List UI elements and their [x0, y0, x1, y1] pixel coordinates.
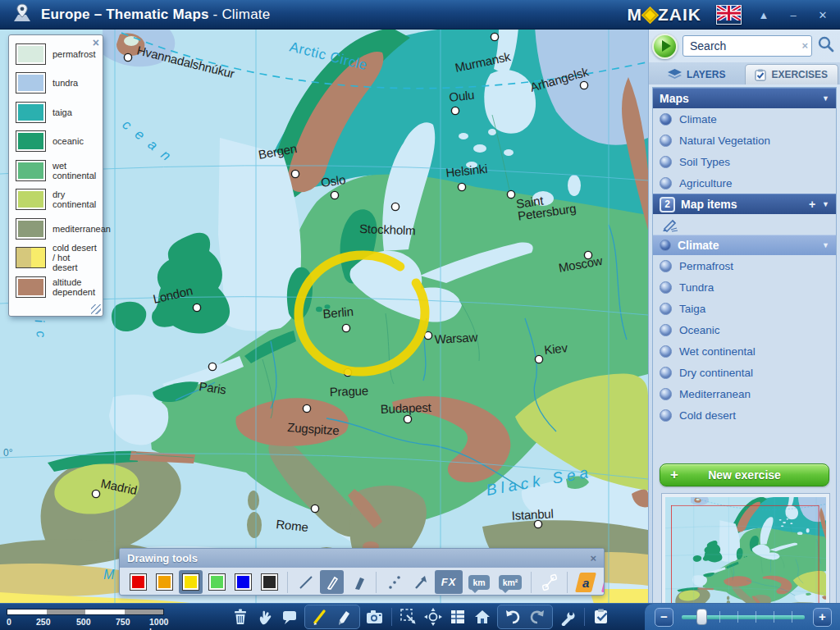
climate-item-oceanic[interactable]: Oceanic: [653, 319, 836, 340]
pen-tool[interactable]: [320, 570, 344, 594]
color-swatch-red[interactable]: [126, 570, 150, 594]
home-button[interactable]: [470, 605, 495, 628]
search-input[interactable]: [682, 35, 812, 57]
legend-swatch: [16, 72, 46, 94]
legend-close-icon[interactable]: ×: [93, 36, 99, 49]
drawing-tools-close-icon[interactable]: ×: [590, 552, 596, 564]
climate-item-tundra[interactable]: Tundra: [653, 276, 836, 298]
data-table-button[interactable]: [445, 605, 470, 628]
climate-item-mediterranean[interactable]: Mediterranean: [653, 383, 836, 404]
legend-row: wet continental: [16, 158, 98, 182]
sidebar-item-climate[interactable]: Climate: [653, 108, 836, 130]
svg-text:Stockholm: Stockholm: [359, 221, 416, 237]
radio-button[interactable]: [660, 303, 672, 315]
minimize-button[interactable]: –: [786, 9, 801, 21]
legend-row: dry continental: [16, 188, 98, 212]
exercise-check-button[interactable]: [589, 605, 614, 628]
climate-item-permafrost[interactable]: Permafrost: [653, 255, 836, 276]
color-swatch-orange[interactable]: [153, 570, 176, 594]
select-tool-button[interactable]: [396, 605, 421, 628]
radio-button[interactable]: [660, 345, 672, 358]
km2-label-tool[interactable]: km²: [495, 570, 525, 594]
maps-section-header[interactable]: Maps ▼: [653, 88, 836, 108]
effects-tool[interactable]: FX: [435, 570, 463, 594]
radio-button[interactable]: [660, 113, 672, 126]
list-item-label: Climate: [679, 113, 717, 126]
hand-tool-button[interactable]: [253, 605, 277, 628]
climate-list: PermafrostTundraTaigaOceanicWet continen…: [653, 255, 836, 426]
zoom-in-button[interactable]: +: [813, 608, 832, 627]
mozaik-logo: MZAIK: [628, 5, 702, 25]
zoom-slider[interactable]: [682, 608, 805, 626]
pencil-draw-button[interactable]: [308, 605, 332, 628]
radio-button[interactable]: [660, 135, 672, 147]
legend-swatch: [16, 102, 46, 123]
bottom-toolbar: 0 250 500 750 1000 km −: [0, 603, 840, 630]
map-item-drawing[interactable]: [653, 214, 836, 235]
pan-tool-button[interactable]: [421, 605, 445, 628]
climate-item-wet-continental[interactable]: Wet continental: [653, 340, 836, 362]
radio-button[interactable]: [660, 260, 672, 272]
radio-button[interactable]: [660, 240, 671, 251]
highlighter-draw-button[interactable]: [332, 605, 357, 628]
sidebar-item-agriculture[interactable]: Agriculture: [653, 172, 836, 194]
svg-text:Budapest: Budapest: [381, 400, 432, 416]
map-pin-icon: [11, 3, 33, 26]
color-swatch-blue[interactable]: [231, 570, 255, 594]
radio-button[interactable]: [660, 156, 672, 168]
measure-link-tool[interactable]: [537, 570, 561, 594]
list-item-label: Permafrost: [679, 260, 733, 272]
radio-button[interactable]: [660, 367, 672, 379]
layers-panel: Maps ▼ ClimateNatural VegetationSoil Typ…: [652, 87, 837, 604]
thin-line-tool[interactable]: [294, 570, 317, 594]
drawing-tools-header[interactable]: Drawing tools ×: [120, 549, 604, 568]
list-item-label: Cold desert: [679, 409, 736, 422]
radio-button[interactable]: [660, 177, 672, 189]
zoom-out-button[interactable]: −: [655, 608, 673, 627]
collapse-button[interactable]: ▲: [756, 9, 771, 21]
radio-button[interactable]: [660, 324, 672, 336]
new-exercise-button[interactable]: + New exercise: [660, 463, 829, 486]
search-clear-icon[interactable]: ×: [801, 39, 808, 52]
svg-text:Oulu: Oulu: [449, 88, 475, 104]
radio-button[interactable]: [660, 388, 672, 400]
language-flag-uk[interactable]: [716, 5, 742, 25]
tab-exercises[interactable]: EXERCISES: [745, 64, 839, 84]
undo-button[interactable]: [500, 605, 525, 628]
sidebar-item-soil-types[interactable]: Soil Types: [653, 151, 836, 172]
dotted-line-tool[interactable]: [382, 570, 406, 594]
color-swatch-black[interactable]: [258, 570, 281, 594]
text-tool-pink[interactable]: a: [600, 570, 605, 594]
legend-swatch: [16, 276, 46, 298]
legend-resize-handle[interactable]: [91, 304, 101, 314]
radio-button[interactable]: [660, 409, 672, 422]
tab-layers[interactable]: LAYERS: [651, 64, 743, 84]
comment-tool-button[interactable]: [277, 605, 302, 628]
climate-item-taiga[interactable]: Taiga: [653, 298, 836, 319]
climate-section-header[interactable]: Climate ▼: [653, 235, 836, 255]
delete-tool-button[interactable]: [228, 605, 253, 628]
arrow-tool[interactable]: [409, 570, 432, 594]
sea-label-0-: 0°: [3, 447, 13, 459]
color-swatch-green[interactable]: [205, 570, 229, 594]
climate-item-cold-desert[interactable]: Cold desert: [653, 404, 836, 426]
zoom-slider-handle[interactable]: [696, 609, 707, 625]
screenshot-button[interactable]: [363, 605, 387, 628]
color-swatch-yellow[interactable]: [179, 570, 203, 594]
marker-tool[interactable]: [346, 570, 370, 594]
settings-wrench-button[interactable]: [555, 605, 580, 628]
map-items-section-header[interactable]: 2 Map items + ▼: [653, 194, 836, 214]
climate-item-dry-continental[interactable]: Dry continental: [653, 362, 836, 383]
search-icon[interactable]: [817, 35, 835, 57]
pencil-scribble-icon: [661, 217, 679, 232]
add-map-item-icon[interactable]: +: [809, 198, 815, 211]
close-button[interactable]: ✕: [815, 9, 830, 21]
play-button[interactable]: [652, 34, 678, 59]
text-tool-orange[interactable]: a: [573, 570, 597, 594]
chevron-down-icon: ▼: [822, 94, 829, 103]
km-label-tool[interactable]: km: [465, 570, 493, 594]
redo-button[interactable]: [525, 605, 550, 628]
radio-button[interactable]: [660, 281, 672, 294]
sidebar-item-natural-vegetation[interactable]: Natural Vegetation: [653, 130, 836, 151]
legend-row: taiga: [16, 100, 98, 124]
